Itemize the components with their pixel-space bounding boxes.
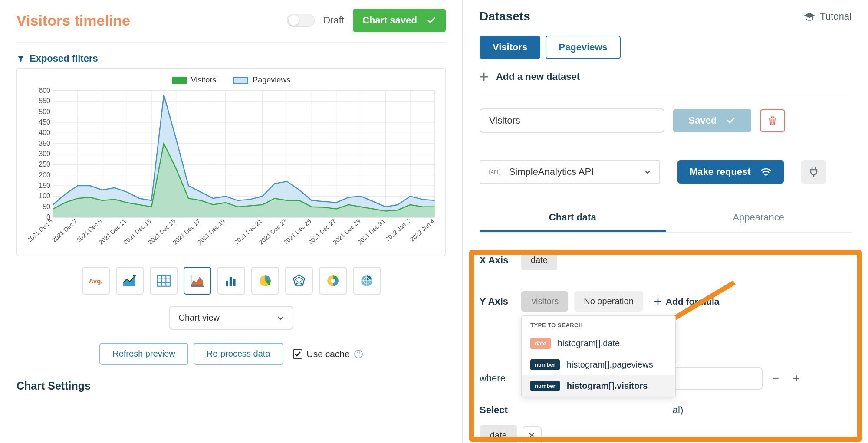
add-where-button[interactable]: + [789,371,804,386]
x-axis-label: X Axis [480,255,515,266]
tutorial-label: Tutorial [820,11,852,22]
saved-badge: Saved [673,109,751,132]
legend-visitors[interactable]: Visitors [172,75,217,85]
chevron-down-icon [644,170,651,174]
svg-text:2021 Dec 5: 2021 Dec 5 [26,217,54,243]
delete-dataset-button[interactable] [760,109,785,132]
avg-icon: Avg. [89,277,103,285]
chart-type-pie[interactable] [251,267,279,295]
help-icon[interactable]: ? [354,350,363,358]
where-label: where [480,373,506,384]
y-axis-operation-select[interactable]: No operation [574,291,643,312]
api-select-label: SimpleAnalytics API [509,166,594,177]
add-formula-button[interactable]: Add formula [654,296,720,307]
draft-toggle[interactable] [287,14,315,27]
chart-type-table[interactable] [150,267,178,295]
legend-swatch-visitors [172,77,187,84]
chart-type-avg[interactable]: Avg. [82,267,110,295]
legend-swatch-pageviews [233,77,248,84]
svg-rect-64 [226,281,228,286]
chart-preview: Visitors Pageviews 050100150200250300350… [16,68,446,256]
plug-icon [809,166,819,177]
dataset-tab-visitors[interactable]: Visitors [480,36,540,59]
dropdown-item-pageviews[interactable]: number histogram[].pageviews [522,354,675,375]
area-up-icon [122,273,137,288]
area-chart-icon [190,273,205,288]
svg-text:2022 Jan 4: 2022 Jan 4 [409,217,436,243]
select-label: Select [480,404,508,416]
svg-text:300: 300 [39,150,50,158]
chart-type-radar[interactable] [285,267,313,295]
wifi-icon [760,167,772,177]
api-connection-select[interactable]: API SimpleAnalytics API [480,160,660,184]
remove-select-field-button[interactable]: ✕ [523,426,542,443]
chart-saved-button[interactable]: Chart saved [353,9,446,32]
page-title: Visitors timeline [16,12,130,29]
svg-text:2022 Jan 2: 2022 Jan 2 [384,217,411,243]
plus-icon [654,298,661,305]
tab-chart-data[interactable]: Chart data [480,205,666,232]
type-tag-number: number [530,381,560,391]
type-tag-number: number [530,359,560,370]
add-dataset-button[interactable]: Add a new dataset [480,71,852,95]
line-chart: 0501001502002503003504004505005506002021… [23,87,439,248]
remove-where-button[interactable]: − [768,371,783,386]
connection-settings-button[interactable] [801,160,826,184]
dropdown-item-visitors[interactable]: number histogram[].visitors [522,375,675,397]
draft-label: Draft [323,15,344,26]
svg-text:100: 100 [39,192,50,200]
svg-text:150: 150 [39,182,50,189]
reprocess-data-button[interactable]: Re-process data [194,343,283,365]
check-icon [726,116,736,125]
tutorial-link[interactable]: Tutorial [803,11,852,22]
dropdown-item-date[interactable]: date histogram[].date [522,333,675,354]
add-formula-label: Add formula [666,296,720,307]
plus-icon [480,72,488,81]
dataset-tab-pageviews[interactable]: Pageviews [546,36,621,59]
dataset-name-input[interactable] [480,108,664,133]
chart-type-area[interactable] [184,267,211,295]
svg-text:2021 Dec 7: 2021 Dec 7 [51,217,79,243]
legend-label-visitors: Visitors [191,75,217,85]
svg-point-79 [765,175,766,176]
svg-text:400: 400 [39,129,50,136]
x-axis-value-chip[interactable]: date [521,250,557,270]
use-cache-label: Use cache [307,349,350,359]
legend-pageviews[interactable]: Pageviews [233,75,290,85]
exposed-filters-toggle[interactable]: Exposed filters [16,53,446,64]
check-icon [427,16,436,25]
svg-text:200: 200 [39,171,50,179]
dropdown-item-label: histogram[].pageviews [567,360,653,370]
pie-chart-icon [258,273,273,288]
table-icon [156,273,171,288]
field-autocomplete-dropdown: TYPE TO SEARCH date histogram[].date num… [521,315,676,397]
tab-appearance[interactable]: Appearance [666,205,852,232]
svg-text:50: 50 [43,203,50,210]
filter-icon [16,54,25,63]
checkbox-icon [293,349,302,359]
make-request-button[interactable]: Make request [677,160,784,184]
donut-chart-icon [326,273,340,288]
chart-type-row: Avg. [16,267,446,295]
chart-type-polar[interactable] [353,267,381,295]
use-cache-checkbox[interactable]: Use cache ? [293,349,363,359]
chart-type-bar[interactable] [217,267,245,295]
y-axis-label: Y Axis [480,296,515,307]
datasets-title: Datasets [480,10,530,23]
select-field-chip[interactable]: date [480,425,517,443]
chart-type-donut[interactable] [319,267,347,295]
add-dataset-label: Add a new dataset [496,71,580,82]
graduation-cap-icon [803,12,815,21]
api-badge-icon: API [489,169,500,175]
select-tail-text: al) [673,404,683,416]
dropdown-item-label: histogram[].visitors [567,381,648,391]
svg-point-74 [330,279,335,283]
radar-chart-icon [292,273,306,288]
chart-view-select[interactable]: Chart view [169,306,293,330]
refresh-preview-button[interactable]: Refresh preview [99,343,188,365]
y-axis-value-input[interactable]: visitors [521,291,568,312]
svg-text:250: 250 [39,161,50,168]
svg-text:600: 600 [39,87,50,94]
chart-saved-label: Chart saved [362,15,417,26]
chart-type-area-up[interactable] [116,267,144,295]
